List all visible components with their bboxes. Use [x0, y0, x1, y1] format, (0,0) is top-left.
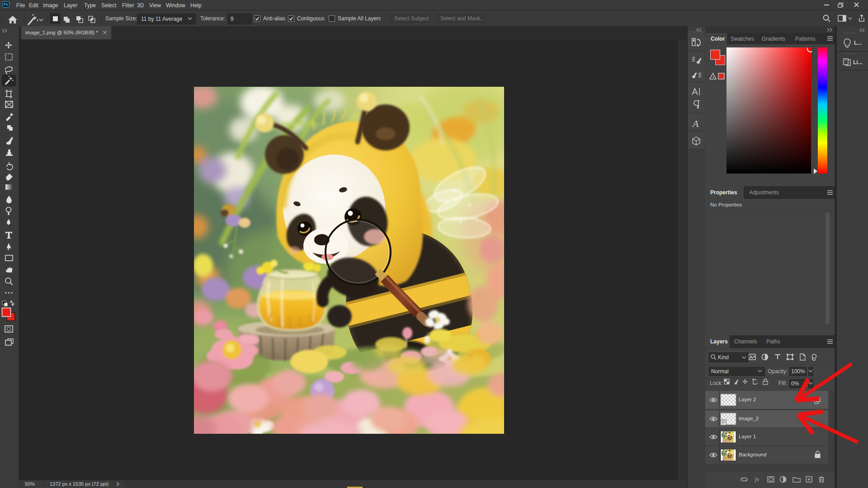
svg-text:A: A	[692, 118, 699, 129]
svg-text:fx: fx	[755, 476, 760, 483]
